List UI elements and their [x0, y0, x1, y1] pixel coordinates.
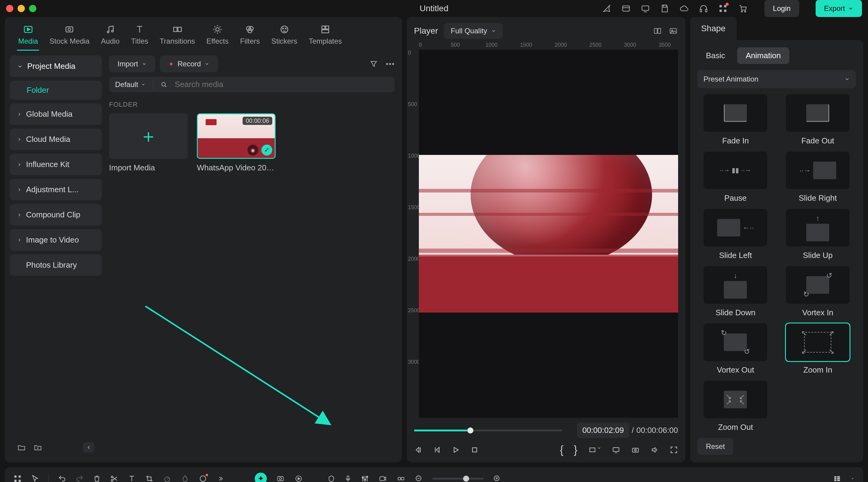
tab-stickers[interactable]: Stickers [270, 23, 298, 51]
anim-vortex-in[interactable]: ↺↻Vortex In [780, 266, 856, 317]
player-viewport[interactable] [419, 50, 678, 418]
ai-badge[interactable]: ✦ [255, 473, 267, 482]
cart-icon[interactable] [738, 4, 748, 13]
record-button[interactable]: Record [160, 55, 218, 73]
tab-audio[interactable]: Audio [100, 23, 121, 51]
mark-out-icon[interactable]: } [574, 444, 578, 456]
anim-slide-up[interactable]: ↑Slide Up [780, 209, 856, 260]
sidebar-project-media[interactable]: Project Media [10, 55, 102, 77]
view-icon[interactable] [833, 475, 841, 482]
tl-tool-c[interactable] [378, 475, 388, 482]
zoom-in-icon[interactable] [493, 475, 501, 482]
login-button[interactable]: Login [765, 0, 799, 17]
new-folder-icon[interactable] [17, 443, 26, 452]
picture-icon[interactable] [669, 27, 678, 35]
sidebar-cloud-media[interactable]: Cloud Media [10, 129, 102, 150]
marker-icon[interactable] [328, 474, 335, 482]
pointer-icon[interactable] [31, 475, 39, 482]
zoom-out-icon[interactable] [414, 475, 423, 482]
sidebar-adjustment[interactable]: Adjustment L... [10, 179, 102, 200]
mic-icon[interactable] [344, 474, 352, 482]
sidebar-global-media[interactable]: Global Media [10, 103, 102, 125]
display-icon[interactable] [612, 446, 621, 454]
volume-icon[interactable] [650, 446, 659, 454]
player-progress[interactable] [414, 430, 562, 431]
preset-dropdown[interactable]: Preset Animation [698, 70, 856, 88]
fullscreen-icon[interactable] [670, 446, 678, 454]
mixer-icon[interactable] [361, 475, 369, 482]
import-media-card[interactable]: ＋ Import Media [109, 113, 188, 172]
anim-slide-down[interactable]: ↓Slide Down [698, 266, 774, 317]
redo-icon[interactable] [75, 475, 84, 482]
color-icon[interactable] [181, 475, 189, 482]
timeline-toolbar: ✦ [5, 467, 863, 482]
ratio-icon[interactable] [588, 446, 601, 454]
new-bin-icon[interactable] [33, 443, 42, 452]
more-icon[interactable] [385, 63, 395, 65]
search-input[interactable] [175, 80, 389, 89]
anim-vortex-out[interactable]: ↻↺Vortex Out [698, 323, 774, 375]
tab-stock[interactable]: Stock Media [48, 23, 91, 51]
split-icon[interactable] [110, 475, 118, 482]
cloud-icon[interactable] [680, 4, 689, 13]
media-clip[interactable]: 00:00:06 ◉ ✓ WhatsApp Video 202... [197, 113, 276, 172]
tab-filters[interactable]: Filters [239, 23, 261, 51]
subtab-animation[interactable]: Animation [737, 47, 789, 64]
notify-icon[interactable] [602, 4, 611, 13]
sidebar-compound[interactable]: Compound Clip [10, 204, 102, 226]
export-button[interactable]: Export [816, 0, 862, 17]
snapshot-icon[interactable] [631, 446, 640, 454]
crop-icon[interactable] [145, 475, 154, 482]
play-icon[interactable] [452, 446, 460, 454]
tab-effects[interactable]: Effects [205, 23, 230, 51]
sidebar-folder[interactable]: Folder [10, 81, 102, 100]
ai-enhance-icon[interactable] [198, 475, 208, 482]
sidebar-image2video[interactable]: Image to Video [10, 229, 102, 251]
prev-frame-icon[interactable] [433, 446, 441, 454]
anim-slide-left[interactable]: ←··Slide Left [698, 209, 774, 260]
reset-button[interactable]: Reset [698, 438, 734, 455]
grid-icon[interactable] [13, 475, 22, 482]
import-button[interactable]: Import [109, 55, 155, 73]
headphones-icon[interactable] [699, 4, 708, 13]
sidebar-photos[interactable]: Photos Library [10, 254, 102, 276]
compare-icon[interactable] [653, 27, 662, 35]
mark-in-icon[interactable]: { [560, 444, 564, 456]
tab-media[interactable]: Media [17, 23, 39, 51]
undo-icon[interactable] [58, 475, 66, 482]
quality-dropdown[interactable]: Full Quality [444, 23, 503, 39]
stop-icon[interactable] [470, 446, 479, 454]
more-tools-icon[interactable] [217, 476, 224, 482]
sidebar-influence[interactable]: Influence Kit [10, 154, 102, 175]
anim-zoom-out[interactable]: ↘↙↗↖Zoom Out [698, 381, 774, 432]
filter-icon[interactable] [369, 60, 378, 68]
tab-titles[interactable]: Titles [130, 23, 149, 51]
view-dd-icon[interactable] [850, 477, 855, 481]
anim-pause[interactable]: ··→ ▮▮ ··→Pause [698, 151, 774, 203]
layout-icon[interactable] [621, 4, 630, 13]
save-icon[interactable] [660, 4, 669, 13]
svg-rect-28 [322, 26, 325, 29]
zoom-slider[interactable] [432, 478, 484, 480]
anim-zoom-in[interactable]: ↖↗↙↘Zoom In [780, 323, 856, 375]
text-icon[interactable] [127, 475, 136, 482]
speed-icon[interactable] [163, 475, 172, 482]
tab-shape[interactable]: Shape [690, 17, 737, 40]
svg-point-72 [364, 479, 366, 481]
anim-fade-in[interactable]: Fade In [698, 94, 774, 145]
anim-slide-right[interactable]: ··→Slide Right [780, 151, 856, 203]
apps-icon[interactable] [718, 4, 727, 13]
collapse-icon[interactable] [83, 442, 94, 453]
step-back-icon[interactable] [414, 446, 423, 454]
window-controls[interactable] [6, 5, 36, 12]
delete-icon[interactable] [93, 475, 101, 482]
tl-tool-a[interactable] [276, 475, 285, 482]
tab-templates[interactable]: Templates [307, 23, 343, 51]
sort-dropdown[interactable]: Default [115, 80, 145, 89]
tl-tool-b[interactable] [294, 475, 303, 482]
tab-transitions[interactable]: Transitions [158, 23, 196, 51]
anim-fade-out[interactable]: Fade Out [780, 94, 856, 145]
link-icon[interactable] [397, 475, 406, 482]
subtab-basic[interactable]: Basic [698, 47, 734, 64]
screen-icon[interactable] [641, 4, 650, 13]
